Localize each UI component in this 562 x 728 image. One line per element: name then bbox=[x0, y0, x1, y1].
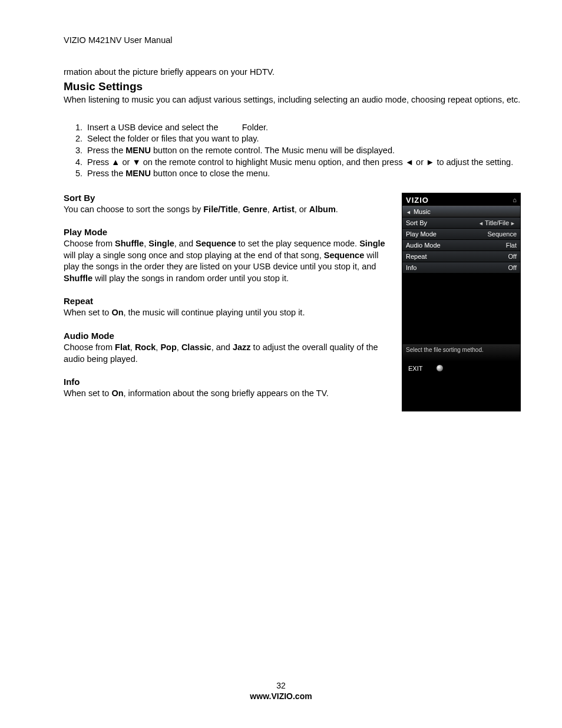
right-arrow-icon: ► bbox=[509, 220, 517, 226]
audiomode-heading: Audio Mode bbox=[64, 331, 390, 341]
text-column: Sort By You can choose to sort the songs… bbox=[64, 193, 390, 411]
page-header: VIZIO M421NV User Manual bbox=[64, 35, 521, 45]
fragment-text: rmation about the picture briefly appear… bbox=[64, 67, 521, 77]
osd-row-sortby: Sort By◄Title/File► bbox=[402, 218, 520, 229]
repeat-text: When set to On, the music will continue … bbox=[64, 307, 390, 319]
section-heading: Music Settings bbox=[64, 80, 521, 93]
page-number: 32 bbox=[0, 681, 562, 690]
playmode-text: Choose from Shuffle, Single, and Sequenc… bbox=[64, 238, 390, 284]
osd-row-repeat: RepeatOff bbox=[402, 251, 520, 262]
osd-help-text: Select the file sorting method. bbox=[402, 344, 520, 361]
info-heading: Info bbox=[64, 377, 390, 387]
playmode-heading: Play Mode bbox=[64, 227, 390, 237]
sortby-text: You can choose to sort the songs by File… bbox=[64, 204, 390, 216]
repeat-heading: Repeat bbox=[64, 296, 390, 306]
osd-breadcrumb: ◄Music bbox=[402, 206, 520, 218]
back-arrow-icon: ◄ bbox=[406, 209, 411, 215]
intro-paragraph: When listening to music you can adjust v… bbox=[64, 94, 521, 106]
osd-footer: EXIT bbox=[402, 361, 520, 375]
footer-url: www.VIZIO.com bbox=[0, 691, 562, 701]
osd-empty-area bbox=[402, 274, 520, 344]
step-1: Insert a USB device and select the Folde… bbox=[85, 122, 521, 134]
osd-row-info: InfoOff bbox=[402, 262, 520, 274]
steps-list: Insert a USB device and select the Folde… bbox=[64, 122, 521, 180]
step-2: Select the folder or files that you want… bbox=[85, 133, 521, 145]
step-4: Press ▲ or ▼ on the remote control to hi… bbox=[85, 157, 521, 169]
home-icon: ⌂ bbox=[513, 196, 517, 203]
osd-row-audiomode: Audio ModeFlat bbox=[402, 240, 520, 251]
osd-row-playmode: Play ModeSequence bbox=[402, 229, 520, 240]
vizio-button-icon bbox=[437, 365, 443, 371]
osd-exit-label: EXIT bbox=[408, 365, 422, 372]
sortby-heading: Sort By bbox=[64, 193, 390, 203]
audiomode-text: Choose from Flat, Rock, Pop, Classic, an… bbox=[64, 342, 390, 365]
step-3: Press the MENU button on the remote cont… bbox=[85, 145, 521, 157]
info-text: When set to On, information about the so… bbox=[64, 388, 390, 400]
page-footer: 32 www.VIZIO.com bbox=[0, 681, 562, 701]
osd-screenshot: VIZIO ⌂ ◄Music Sort By◄Title/File► Play … bbox=[402, 193, 521, 411]
osd-logo: VIZIO bbox=[406, 196, 429, 205]
left-arrow-icon: ◄ bbox=[477, 220, 485, 226]
osd-rows: Sort By◄Title/File► Play ModeSequence Au… bbox=[402, 218, 520, 274]
step-5: Press the MENU button once to close the … bbox=[85, 168, 521, 180]
